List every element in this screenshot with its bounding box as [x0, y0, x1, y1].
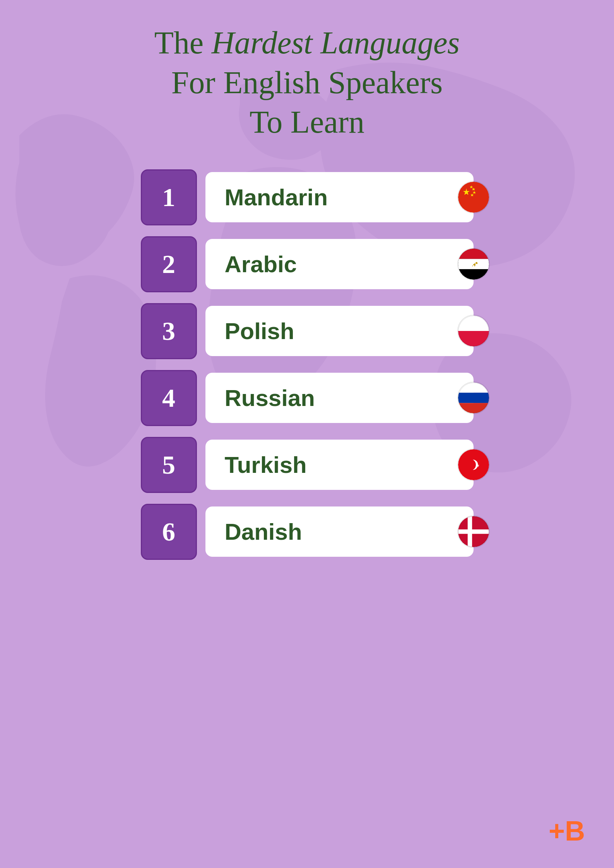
- list-item: 1 Mandarin: [141, 169, 474, 225]
- language-name-polish: Polish: [225, 318, 294, 344]
- title-hardest-languages: Hardest Languages: [212, 25, 460, 60]
- svg-rect-16: [458, 315, 489, 331]
- language-box-russian: Russian: [205, 373, 474, 423]
- svg-rect-10: [458, 269, 489, 280]
- rank-box-5: 5: [141, 437, 197, 493]
- flag-china: [457, 181, 490, 213]
- list-item: 4 Russian: [141, 370, 474, 426]
- title-line3: To Learn: [154, 102, 460, 142]
- language-box-turkish: Turkish: [205, 440, 474, 490]
- brand-logo: +B: [549, 815, 585, 847]
- list-item: 6 Danish: [141, 504, 474, 560]
- list-item: 3 Polish: [141, 303, 474, 359]
- title-block: The Hardest Languages For English Speake…: [154, 23, 460, 142]
- rank-number-3: 3: [162, 316, 175, 346]
- svg-rect-9: [458, 259, 489, 269]
- svg-point-0: [458, 182, 489, 213]
- rank-box-1: 1: [141, 169, 197, 225]
- svg-rect-21: [458, 393, 489, 403]
- language-name-russian: Russian: [225, 385, 315, 411]
- rank-number-2: 2: [162, 249, 175, 280]
- flag-poland: [457, 315, 490, 347]
- svg-rect-17: [458, 331, 489, 346]
- language-name-turkish: Turkish: [225, 452, 307, 478]
- language-list: 1 Mandarin 2: [141, 169, 474, 560]
- rank-number-1: 1: [162, 182, 175, 213]
- rank-box-4: 4: [141, 370, 197, 426]
- language-box-polish: Polish: [205, 306, 474, 356]
- language-name-mandarin: Mandarin: [225, 184, 328, 211]
- svg-rect-31: [458, 529, 489, 534]
- list-item: 5 Turkish: [141, 437, 474, 493]
- title-the: The: [154, 25, 212, 60]
- svg-rect-8: [458, 249, 489, 259]
- language-box-arabic: Arabic: [205, 239, 474, 289]
- rank-box-6: 6: [141, 504, 197, 560]
- rank-number-5: 5: [162, 450, 175, 480]
- list-item: 2 Arabic: [141, 236, 474, 292]
- main-content: The Hardest Languages For English Speake…: [0, 0, 614, 560]
- language-box-danish: Danish: [205, 506, 474, 557]
- flag-denmark: [457, 515, 490, 548]
- language-box-mandarin: Mandarin: [205, 172, 474, 222]
- rank-number-6: 6: [162, 517, 175, 547]
- svg-rect-14: [474, 265, 475, 266]
- rank-box-3: 3: [141, 303, 197, 359]
- title-line1: The Hardest Languages: [154, 23, 460, 63]
- flag-egypt: [457, 248, 490, 280]
- flag-turkey: [457, 448, 490, 481]
- flag-russia: [457, 382, 490, 414]
- rank-number-4: 4: [162, 383, 175, 413]
- language-name-arabic: Arabic: [225, 251, 297, 278]
- rank-box-2: 2: [141, 236, 197, 292]
- language-name-danish: Danish: [225, 518, 302, 545]
- title-line2: For English Speakers: [154, 63, 460, 103]
